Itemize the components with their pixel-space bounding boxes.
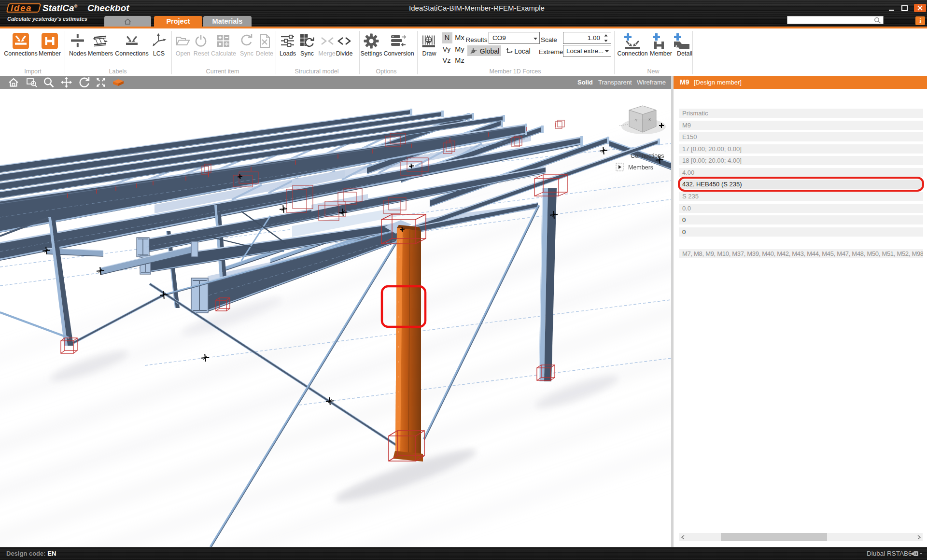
svg-text:-Y: -Y	[634, 119, 637, 122]
svg-text:Members: Members	[628, 164, 653, 171]
svg-text:-X: -X	[647, 118, 651, 121]
svg-text:Connections: Connections	[631, 153, 664, 159]
